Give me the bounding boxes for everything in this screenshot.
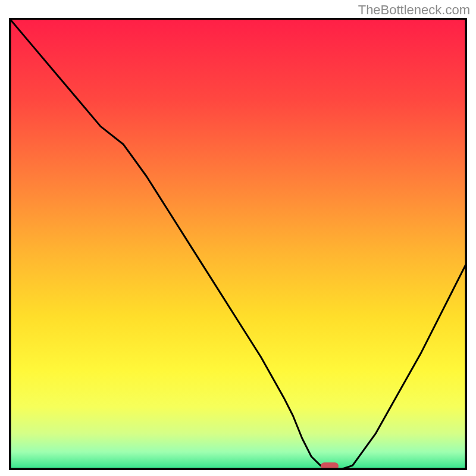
gradient-background: [9, 18, 467, 470]
watermark-text: TheBottleneck.com: [358, 2, 470, 18]
chart-frame: [9, 18, 467, 470]
chart-plot-area: [9, 18, 467, 470]
chart-svg: [9, 18, 467, 470]
